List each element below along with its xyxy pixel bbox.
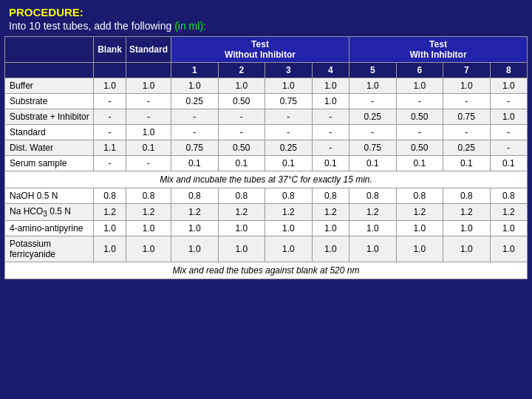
label-amino: 4-amino-antipyrine (5, 221, 94, 236)
naoh-standard: 0.8 (126, 188, 171, 204)
substrate-standard: - (126, 94, 171, 109)
potassium-5: 1.0 (349, 236, 396, 262)
serum-7: 0.1 (443, 156, 491, 171)
col-standard2 (126, 63, 171, 78)
header: PROCEDURE: Into 10 test tubes, add the f… (0, 0, 532, 36)
si-blank: - (94, 109, 126, 125)
std-1: - (171, 125, 219, 140)
table-wrapper: Blank Standard TestWithout Inhibitor Tes… (0, 36, 532, 282)
std-2: - (218, 125, 265, 140)
mix-label-row: Mix and incubate the tubes at 37°C for e… (5, 171, 528, 188)
si-5: 0.25 (349, 109, 396, 125)
buffer-2: 1.0 (218, 78, 265, 94)
col-blank2 (94, 63, 126, 78)
naoh-blank: 0.8 (94, 188, 126, 204)
buffer-1: 1.0 (171, 78, 219, 94)
serum-standard: - (126, 156, 171, 171)
row-substrate: Substrate - - 0.25 0.50 0.75 1.0 - - - - (5, 94, 528, 109)
col-4: 4 (312, 63, 349, 78)
potassium-4: 1.0 (312, 236, 349, 262)
col-empty2 (5, 63, 94, 78)
col-7: 7 (443, 63, 491, 78)
buffer-3: 1.0 (265, 78, 313, 94)
buffer-standard: 1.0 (126, 78, 171, 94)
nahco3-3: 1.2 (265, 204, 313, 221)
col-5: 5 (349, 63, 396, 78)
substrate-8: - (490, 94, 527, 109)
nahco3-5: 1.2 (349, 204, 396, 221)
potassium-7: 1.0 (443, 236, 491, 262)
row-substrate-inhibitor: Substrate + Inhibitor - - - - - - 0.25 0… (5, 109, 528, 125)
dw-8: - (490, 140, 527, 156)
si-6: 0.50 (396, 109, 443, 125)
naoh-8: 0.8 (490, 188, 527, 204)
label-potassium: Potassium ferricyanide (5, 236, 94, 262)
label-substrate-inhibitor: Substrate + Inhibitor (5, 109, 94, 125)
potassium-1: 1.0 (171, 236, 219, 262)
std-standard: 1.0 (126, 125, 171, 140)
dw-1: 0.75 (171, 140, 219, 156)
row-serum: Serum sample - - 0.1 0.1 0.1 0.1 0.1 0.1… (5, 156, 528, 171)
col-8: 8 (490, 63, 527, 78)
std-5: - (349, 125, 396, 140)
buffer-4: 1.0 (312, 78, 349, 94)
naoh-6: 0.8 (396, 188, 443, 204)
final-label-row: Mix and read the tubes against blank at … (5, 262, 528, 279)
col-blank: Blank (94, 37, 126, 63)
si-standard: - (126, 109, 171, 125)
nahco3-8: 1.2 (490, 204, 527, 221)
substrate-1: 0.25 (171, 94, 219, 109)
substrate-6: - (396, 94, 443, 109)
row-dist-water: Dist. Water 1.1 0.1 0.75 0.50 0.25 - 0.7… (5, 140, 528, 156)
label-buffer: Buffer (5, 78, 94, 94)
amino-6: 1.0 (396, 221, 443, 236)
serum-6: 0.1 (396, 156, 443, 171)
naoh-4: 0.8 (312, 188, 349, 204)
row-nahco3: Na HCO3 0.5 N 1.2 1.2 1.2 1.2 1.2 1.2 1.… (5, 204, 528, 221)
nahco3-2: 1.2 (218, 204, 265, 221)
potassium-6: 1.0 (396, 236, 443, 262)
serum-8: 0.1 (490, 156, 527, 171)
nahco3-4: 1.2 (312, 204, 349, 221)
main-table: Blank Standard TestWithout Inhibitor Tes… (4, 36, 528, 279)
amino-2: 1.0 (218, 221, 265, 236)
amino-8: 1.0 (490, 221, 527, 236)
amino-4: 1.0 (312, 221, 349, 236)
nahco3-standard: 1.2 (126, 204, 171, 221)
col-1: 1 (171, 63, 219, 78)
std-6: - (396, 125, 443, 140)
col-test-without: TestWithout Inhibitor (171, 37, 349, 63)
buffer-6: 1.0 (396, 78, 443, 94)
highlight: (in ml): (174, 20, 206, 32)
potassium-8: 1.0 (490, 236, 527, 262)
substrate-blank: - (94, 94, 126, 109)
label-dist-water: Dist. Water (5, 140, 94, 156)
si-4: - (312, 109, 349, 125)
std-3: - (265, 125, 313, 140)
dw-blank: 1.1 (94, 140, 126, 156)
amino-3: 1.0 (265, 221, 313, 236)
row-amino: 4-amino-antipyrine 1.0 1.0 1.0 1.0 1.0 1… (5, 221, 528, 236)
potassium-blank: 1.0 (94, 236, 126, 262)
amino-blank: 1.0 (94, 221, 126, 236)
mix-label: Mix and incubate the tubes at 37°C for e… (5, 171, 528, 188)
dw-4: - (312, 140, 349, 156)
naoh-3: 0.8 (265, 188, 313, 204)
dw-2: 0.50 (218, 140, 265, 156)
col-test-with: TestWith Inhibitor (349, 37, 527, 63)
naoh-5: 0.8 (349, 188, 396, 204)
potassium-standard: 1.0 (126, 236, 171, 262)
serum-blank: - (94, 156, 126, 171)
buffer-blank: 1.0 (94, 78, 126, 94)
col-2: 2 (218, 63, 265, 78)
amino-standard: 1.0 (126, 221, 171, 236)
potassium-3: 1.0 (265, 236, 313, 262)
si-1: - (171, 109, 219, 125)
row-standard: Standard - 1.0 - - - - - - - - (5, 125, 528, 140)
std-4: - (312, 125, 349, 140)
std-7: - (443, 125, 491, 140)
buffer-7: 1.0 (443, 78, 491, 94)
nahco3-7: 1.2 (443, 204, 491, 221)
amino-7: 1.0 (443, 221, 491, 236)
row-naoh: NaOH 0.5 N 0.8 0.8 0.8 0.8 0.8 0.8 0.8 0… (5, 188, 528, 204)
